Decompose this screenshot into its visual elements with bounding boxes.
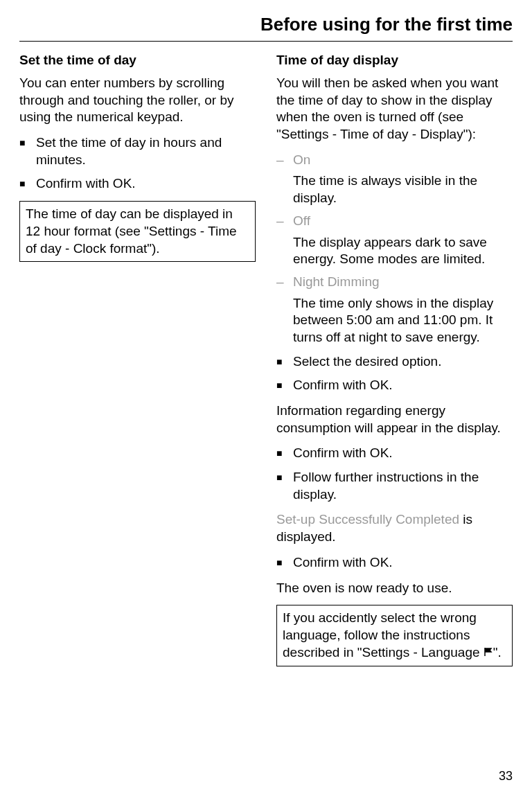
option-on-body: The time is always visible in the displa…: [293, 173, 513, 206]
left-intro: You can enter numbers by scrolling throu…: [19, 75, 256, 126]
step-follow: Follow further instructions in the displ…: [276, 469, 513, 503]
option-off-body: The display appears dark to save energy.…: [293, 234, 513, 268]
setup-complete-msg: Set-up Successfully Completed is display…: [276, 511, 513, 545]
option-on-label: On: [293, 152, 513, 169]
step-confirm-2: Confirm with OK.: [276, 445, 513, 462]
energy-info: Information regarding energy consumption…: [276, 403, 513, 436]
right-heading: Time of day display: [276, 53, 513, 68]
language-note-pre: If you accidently select the wrong langu…: [283, 610, 484, 659]
step-confirm-1: Confirm with OK.: [276, 377, 513, 394]
option-night-dimming: Night Dimming The time only shows in the…: [276, 274, 513, 346]
left-step-2: Confirm with OK.: [19, 175, 256, 193]
left-step-1: Set the time of day in hours and minutes…: [19, 134, 256, 168]
page-number: 33: [499, 769, 513, 784]
right-steps-1: Select the desired option. Confirm with …: [276, 353, 513, 394]
option-night-label: Night Dimming: [293, 274, 513, 291]
option-off-label: Off: [293, 213, 513, 230]
flag-icon: [484, 644, 493, 662]
left-note-box: The time of day can be displayed in 12 h…: [19, 201, 256, 262]
option-off: Off The display appears dark to save ene…: [276, 213, 513, 268]
divider: [19, 41, 513, 42]
left-column: Set the time of day You can enter number…: [19, 53, 256, 675]
content-columns: Set the time of day You can enter number…: [19, 53, 513, 675]
left-steps: Set the time of day in hours and minutes…: [19, 134, 256, 193]
right-steps-2: Confirm with OK. Follow further instruct…: [276, 445, 513, 503]
setup-complete-gray: Set-up Successfully Completed: [276, 512, 459, 527]
oven-ready: The oven is now ready to use.: [276, 580, 513, 597]
right-column: Time of day display You will then be ask…: [276, 53, 513, 675]
step-confirm-3: Confirm with OK.: [276, 554, 513, 572]
page-title: Before using for the first time: [19, 14, 513, 35]
option-on: On The time is always visible in the dis…: [276, 152, 513, 207]
step-select-option: Select the desired option.: [276, 353, 513, 371]
language-note-post: ".: [493, 645, 502, 660]
left-heading: Set the time of day: [19, 53, 256, 68]
display-options: On The time is always visible in the dis…: [276, 152, 513, 346]
right-steps-3: Confirm with OK.: [276, 554, 513, 572]
language-note-box: If you accidently select the wrong langu…: [276, 605, 513, 666]
option-night-body: The time only shows in the display betwe…: [293, 295, 513, 346]
right-intro: You will then be asked when you want the…: [276, 75, 513, 143]
